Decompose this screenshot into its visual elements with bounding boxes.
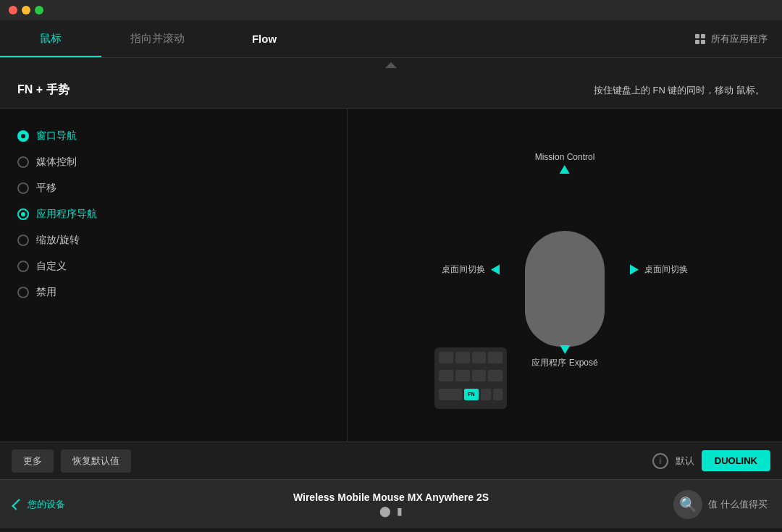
watermark-logo: 🔍 xyxy=(673,490,702,519)
footer-right: 🔍 值 什么值得买 xyxy=(673,490,768,519)
arrow-right-icon xyxy=(630,264,639,274)
radio-disabled xyxy=(17,287,29,298)
right-panel: Mission Control 桌面间切换 桌面间切换 应用程序 Exposé xyxy=(348,109,782,442)
radio-zoom-rotate xyxy=(17,235,29,246)
option-disabled[interactable]: 禁用 xyxy=(17,279,329,305)
right-label: 桌面间切换 xyxy=(630,263,688,276)
option-app-nav[interactable]: 应用程序导航 xyxy=(17,201,329,227)
close-button[interactable] xyxy=(9,6,17,14)
kb-key xyxy=(481,389,491,400)
tab-scroll[interactable]: 指向并滚动 xyxy=(101,20,214,57)
fn-key: FN xyxy=(464,389,479,400)
tab-right: 所有应用程序 xyxy=(695,20,782,57)
main-content: 窗口导航 媒体控制 平移 应用程序导航 缩放/旋转 自定义 禁用 xyxy=(0,109,782,442)
back-button[interactable]: 您的设备 xyxy=(14,498,65,511)
duolink-button[interactable]: DUOLINK xyxy=(702,450,770,471)
arrow-left-icon xyxy=(491,264,500,274)
left-label: 桌面间切换 xyxy=(442,263,500,276)
device-icons: ⬤ ▮ xyxy=(293,505,489,517)
device-info: Wireless Mobile Mouse MX Anywhere 2S ⬤ ▮ xyxy=(293,491,489,517)
kb-key xyxy=(439,352,453,363)
label-media-control: 媒体控制 xyxy=(36,156,77,169)
radio-media-control xyxy=(17,156,29,168)
option-custom[interactable]: 自定义 xyxy=(17,253,329,279)
bluetooth-icon: ⬤ xyxy=(379,505,391,517)
tab-flow[interactable]: Flow xyxy=(214,20,315,57)
radio-app-nav xyxy=(17,208,29,220)
maximize-button[interactable] xyxy=(35,6,43,14)
fn-title: FN + 手势 xyxy=(17,83,70,98)
option-media-control[interactable]: 媒体控制 xyxy=(17,149,329,175)
kb-key xyxy=(455,370,470,381)
grid-icon xyxy=(695,34,705,44)
label-custom: 自定义 xyxy=(36,260,67,273)
tab-mouse[interactable]: 鼠标 xyxy=(0,20,101,57)
device-name: Wireless Mobile Mouse MX Anywhere 2S xyxy=(293,491,489,503)
default-label: 默认 xyxy=(676,455,694,468)
label-window-nav: 窗口导航 xyxy=(36,130,77,143)
tab-bar: 鼠标 指向并滚动 Flow 所有应用程序 xyxy=(0,20,782,58)
mouse-diagram: Mission Control 桌面间切换 桌面间切换 应用程序 Exposé xyxy=(420,138,710,413)
fn-description: 按住键盘上的 FN 键的同时，移动 鼠标。 xyxy=(594,84,765,97)
usb-icon: ▮ xyxy=(397,505,403,517)
footer: 您的设备 Wireless Mobile Mouse MX Anywhere 2… xyxy=(0,479,782,528)
kb-key xyxy=(488,352,503,363)
radio-window-nav xyxy=(17,130,29,142)
minimize-button[interactable] xyxy=(22,6,30,14)
traffic-lights xyxy=(9,6,43,14)
title-bar xyxy=(0,0,782,20)
fn-header: FN + 手势 按住键盘上的 FN 键的同时，移动 鼠标。 xyxy=(0,72,782,109)
restore-button[interactable]: 恢复默认值 xyxy=(61,449,131,473)
kb-key xyxy=(472,370,487,381)
keyboard-small: FN xyxy=(434,347,507,409)
radio-pan xyxy=(17,182,29,194)
label-zoom-rotate: 缩放/旋转 xyxy=(36,234,80,247)
watermark-text: 值 什么值得买 xyxy=(708,498,768,511)
more-button[interactable]: 更多 xyxy=(12,449,54,473)
kb-key xyxy=(439,389,462,400)
left-panel: 窗口导航 媒体控制 平移 应用程序导航 缩放/旋转 自定义 禁用 xyxy=(0,109,348,442)
arrow-down-icon xyxy=(560,345,570,354)
arrow-up-icon xyxy=(560,165,570,174)
scroll-up-indicator[interactable] xyxy=(0,58,782,72)
label-app-nav: 应用程序导航 xyxy=(36,208,97,221)
watermark: 🔍 值 什么值得买 xyxy=(673,490,768,519)
kb-key xyxy=(455,352,470,363)
kb-key xyxy=(472,352,487,363)
bottom-label: 应用程序 Exposé xyxy=(531,345,597,369)
mouse-body xyxy=(525,231,605,347)
up-arrow-icon xyxy=(385,62,397,68)
info-icon[interactable]: i xyxy=(652,453,668,469)
option-window-nav[interactable]: 窗口导航 xyxy=(17,123,329,149)
kb-key xyxy=(439,370,453,381)
option-zoom-rotate[interactable]: 缩放/旋转 xyxy=(17,227,329,253)
bottom-bar: 更多 恢复默认值 i 默认 DUOLINK xyxy=(0,442,782,479)
label-pan: 平移 xyxy=(36,182,56,195)
radio-custom xyxy=(17,261,29,272)
top-label: Mission Control xyxy=(535,152,595,174)
label-disabled: 禁用 xyxy=(36,286,56,299)
kb-key xyxy=(488,370,503,381)
chevron-left-icon xyxy=(12,499,23,510)
kb-key xyxy=(493,389,503,400)
option-pan[interactable]: 平移 xyxy=(17,175,329,201)
